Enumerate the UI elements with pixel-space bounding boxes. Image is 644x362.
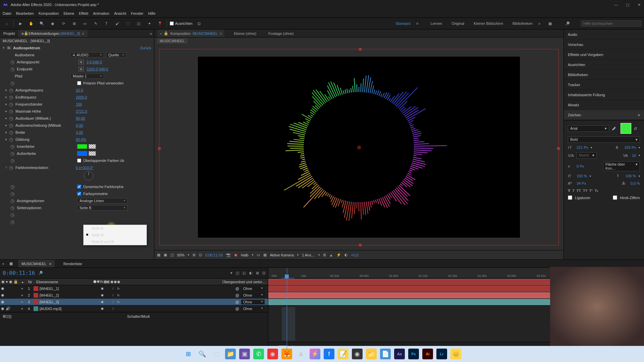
stopwatch-overlap[interactable]: ◷ <box>10 158 15 163</box>
lock-icon[interactable]: 🔒 <box>24 31 29 36</box>
start-freq-value[interactable]: 20,0 <box>76 88 83 92</box>
taskbar-folder[interactable]: 📁 <box>366 349 377 359</box>
taskbar-taskview[interactable]: ▢ <box>211 349 222 359</box>
timeline-layer-3[interactable]: ◉▸3[WHEEL_3]⬢/fx@Ohne▾ <box>0 299 268 305</box>
soft-value[interactable]: 50,0% <box>76 137 86 141</box>
viewer-share-icon[interactable]: ⊞ <box>323 253 326 257</box>
taskbar-firefox[interactable]: 🦊 <box>281 349 292 359</box>
font-size[interactable]: 221 Px <box>577 145 588 149</box>
pickwhip-icon[interactable]: @ <box>235 307 239 311</box>
timeline-timecode[interactable]: 0:00:11:16 <box>3 270 35 276</box>
views-dropdown[interactable]: 1 Ans…▾ <box>302 253 320 257</box>
parent-dropdown[interactable]: Ohne▾ <box>241 300 265 304</box>
baseline[interactable]: 34 Px <box>577 181 586 185</box>
channel-icon[interactable]: ◉ <box>234 253 237 257</box>
tab-zeichen[interactable]: Zeichen≡ <box>564 110 644 120</box>
taskbar-lightroom[interactable]: Lr <box>436 349 447 359</box>
sym-checkbox[interactable] <box>77 192 81 196</box>
tab-audio[interactable]: Audio <box>564 29 644 40</box>
fx-badge[interactable]: fx <box>7 46 11 50</box>
leading[interactable]: 325 Px <box>625 145 636 149</box>
stopwatch-extra2[interactable]: ◷ <box>10 220 15 224</box>
end-value[interactable]: 1920,0,540,0 <box>87 67 108 71</box>
stopwatch-inner[interactable]: ◷ <box>10 144 15 149</box>
workspace-standard[interactable]: Standard <box>395 21 411 25</box>
roto-tool[interactable]: ✦ <box>145 19 153 27</box>
stopwatch-soft[interactable]: ◷ <box>9 137 13 142</box>
inner-color-swatch[interactable] <box>77 144 87 149</box>
twirl-dur[interactable]: ▸ <box>5 116 9 120</box>
exposure-reset-icon[interactable]: ◐ <box>344 253 348 257</box>
tl-tab-comp[interactable]: MUSICWHEEL≡ <box>18 260 55 267</box>
transparency-icon[interactable]: ▦ <box>263 253 267 257</box>
side-dropdown[interactable]: Seite B▾ <box>77 205 127 210</box>
outer-color-swatch[interactable] <box>77 151 87 156</box>
tab-absatz[interactable]: Absatz <box>564 100 644 110</box>
tl-shy-icon[interactable]: ▾ <box>230 271 232 275</box>
stamp-tool[interactable]: ⬚ <box>124 19 132 27</box>
taskbar-explorer[interactable]: 📁 <box>225 349 236 359</box>
parent-dropdown[interactable]: Ohne▾ <box>241 306 265 311</box>
viewer-res-icon[interactable]: ⊞ <box>193 253 196 257</box>
tab-bibliotheken[interactable]: Bibliotheken <box>564 70 644 80</box>
tab-inhaltsbasiert[interactable]: Inhaltsbasierte Füllung <box>564 90 644 100</box>
menu-fenster[interactable]: Fenster <box>131 11 143 15</box>
stopwatch-outer[interactable]: ◷ <box>10 151 15 156</box>
stroke-width[interactable]: 0 Px <box>577 164 584 168</box>
hscale[interactable]: 100 % <box>626 174 636 178</box>
end-freq-value[interactable]: 2000,0 <box>76 95 87 99</box>
snap-options[interactable]: ⊡ <box>195 19 203 27</box>
menu-effekt[interactable]: Effekt <box>79 11 88 15</box>
taskbar-obs[interactable]: ◉ <box>352 349 363 359</box>
lock-icon[interactable]: 🔒 <box>164 31 168 36</box>
dur-value[interactable]: 90,00 <box>76 116 85 120</box>
viewer-fast-icon[interactable]: ⚡ <box>336 253 341 257</box>
layer-twirl[interactable]: ▸ <box>21 293 25 297</box>
bands-value[interactable]: 186 <box>76 102 82 106</box>
snapshot-icon[interactable]: 📷 <box>226 253 231 257</box>
taskbar-whatsapp[interactable]: ✆ <box>253 349 264 359</box>
menu-datei[interactable]: Datei <box>3 11 11 15</box>
taskbar-notepad[interactable]: 📄 <box>380 349 391 359</box>
visibility-toggle[interactable]: ◉ <box>0 293 5 297</box>
eyedropper-icon[interactable]: 💉 <box>612 126 618 131</box>
tl-square-icon[interactable]: ▪ <box>3 262 4 266</box>
workspace-menu-icon[interactable]: ≡ <box>413 19 421 27</box>
audio-layer-dropdown[interactable]: 4. AUDIO▾ <box>70 52 104 58</box>
tab-ebene[interactable]: Ebene (ohne) <box>231 29 259 37</box>
crosshair-icon[interactable]: ⊕ <box>78 60 84 64</box>
kerning-dropdown[interactable]: Metrik▾ <box>577 152 597 159</box>
shape-tool[interactable]: ▭ <box>81 19 89 27</box>
taskbar-aftereffects[interactable]: Ae <box>394 349 405 359</box>
help-search[interactable] <box>581 20 641 26</box>
composition-viewer[interactable]: ⊕ <box>154 44 564 250</box>
maximize-button[interactable]: ▢ <box>625 2 630 7</box>
fill-over-dropdown[interactable]: Fläche über Kon…▾ <box>603 161 640 171</box>
tab-ausrichten[interactable]: Ausrichten <box>564 60 644 70</box>
workspace-original[interactable]: Original <box>451 21 464 25</box>
menu-ansicht[interactable]: Ansicht <box>114 11 126 15</box>
inner-eyedropper[interactable] <box>89 144 96 149</box>
weight-dropdown[interactable]: Bold▾ <box>568 136 640 143</box>
taskbar-illustrator[interactable]: Ai <box>422 349 433 359</box>
taskbar-facebook[interactable]: f <box>324 349 334 359</box>
viewer-crop-icon[interactable]: ⊡ <box>199 253 202 257</box>
tl-toggle2-icon[interactable]: ◫ <box>6 314 9 318</box>
tl-draft3d-icon[interactable]: ◫ <box>236 271 239 275</box>
snap-toggle[interactable]: Ausrichten <box>170 21 193 25</box>
tab-menu-icon[interactable]: ≡ <box>82 32 84 36</box>
stopwatch-offset[interactable]: ◷ <box>9 123 13 128</box>
tl-toggle3-icon[interactable]: {} <box>9 314 11 318</box>
smallcaps-button[interactable]: Tᴛ <box>583 188 587 193</box>
menu-bearbeiten[interactable]: Bearbeiten <box>16 11 34 15</box>
taskbar-messenger[interactable]: ⚡ <box>310 349 320 359</box>
tab-effekteinstellungen[interactable]: ■ 🔒 Effekteinstellungen [WHEEL_3] ≡ <box>18 29 87 37</box>
menu-ebene[interactable]: Ebene <box>63 11 74 15</box>
font-dropdown[interactable]: Arial▾ <box>568 125 609 132</box>
layer-twirl[interactable]: ▸ <box>21 286 25 291</box>
taskbar-search[interactable]: 🔍 <box>197 349 208 359</box>
stopwatch-start[interactable]: ◷ <box>10 60 15 64</box>
tl-tab-render[interactable]: Renderliste <box>60 260 86 267</box>
comp-breadcrumb[interactable]: MUSICWHEEL <box>157 38 187 44</box>
effect-twirl[interactable]: ▿ <box>3 46 5 50</box>
